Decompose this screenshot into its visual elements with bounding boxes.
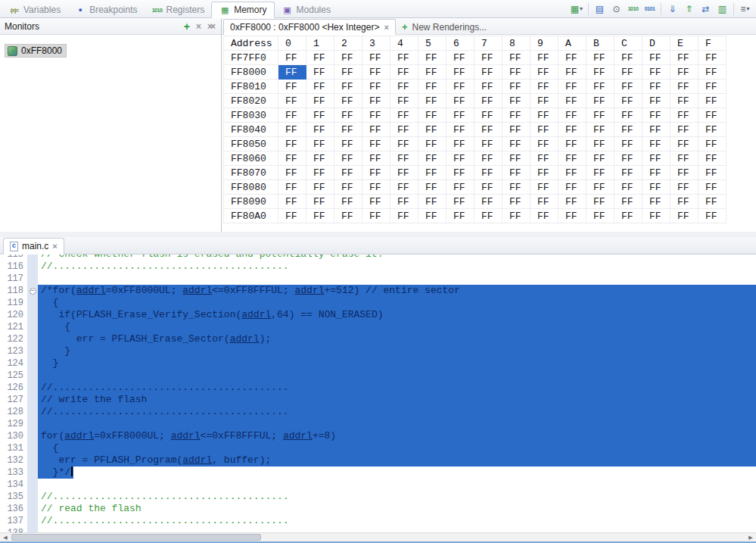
memory-cell[interactable]: FF <box>306 108 334 123</box>
memory-cell[interactable]: FF <box>306 209 334 223</box>
memory-cell[interactable]: FF <box>474 180 502 195</box>
memory-cell[interactable]: FF <box>474 80 502 94</box>
memory-cell[interactable]: FF <box>642 166 670 180</box>
memory-cell[interactable]: FF <box>474 166 502 180</box>
memory-cell[interactable]: FF <box>530 94 558 108</box>
memory-cell[interactable]: FF <box>642 80 670 94</box>
memory-cell[interactable]: FF <box>278 137 306 151</box>
memory-cell[interactable]: FF <box>474 151 502 166</box>
memory-cell[interactable]: FF <box>586 51 614 65</box>
memory-cell[interactable]: FF <box>586 151 614 166</box>
memory-cell[interactable]: FF <box>670 137 698 151</box>
memory-cell[interactable]: FF <box>670 180 698 195</box>
editor-tab-main-c[interactable]: c main.c × <box>3 238 64 254</box>
memory-cell[interactable]: FF <box>334 123 362 137</box>
tab-modules[interactable]: ▣ Modules <box>275 2 338 18</box>
memory-cell[interactable]: FF <box>642 180 670 195</box>
memory-cell[interactable]: FF <box>306 94 334 108</box>
memory-cell[interactable]: FF <box>474 51 502 65</box>
memory-cell[interactable]: FF <box>446 65 474 80</box>
memory-cell[interactable]: FF <box>502 94 530 108</box>
remove-all-monitors-button[interactable]: ×× <box>207 22 213 31</box>
memory-cell[interactable]: FF <box>334 94 362 108</box>
view-menu-button[interactable]: ≡ ▾ <box>737 2 753 17</box>
scroll-right-button[interactable]: ▶ <box>745 533 756 541</box>
memory-cell[interactable]: FF <box>418 94 446 108</box>
memory-cell[interactable]: FF <box>306 123 334 137</box>
memory-cell[interactable]: FF <box>362 166 390 180</box>
memory-cell[interactable]: FF <box>390 137 418 151</box>
memory-cell[interactable]: FF <box>390 51 418 65</box>
split-sash[interactable] <box>0 232 756 237</box>
memory-cell[interactable]: FF <box>474 123 502 137</box>
tab-variables[interactable]: (x)= Variables <box>2 2 67 18</box>
memory-cell[interactable]: FF <box>698 123 726 137</box>
memory-cell[interactable]: FF <box>362 123 390 137</box>
memory-cell[interactable]: FF <box>642 108 670 123</box>
memory-cell[interactable]: FF <box>670 195 698 209</box>
memory-cell[interactable]: FF <box>362 80 390 94</box>
code-line-130[interactable]: 130for(addrl=0xFF8000UL; addrl<=0xFF8FFF… <box>0 430 756 442</box>
memory-cell[interactable]: FF <box>306 166 334 180</box>
memory-cell[interactable]: FF <box>502 80 530 94</box>
memory-cell[interactable]: FF <box>362 195 390 209</box>
memory-cell[interactable]: FF <box>502 123 530 137</box>
memory-cell[interactable]: FF <box>642 65 670 80</box>
memory-cell[interactable]: FF <box>530 80 558 94</box>
memory-cell[interactable]: FF <box>502 166 530 180</box>
memory-cell[interactable]: FF <box>614 65 642 80</box>
code-line-137[interactable]: 137//...................................… <box>0 515 756 527</box>
memory-cell[interactable]: FF <box>418 180 446 195</box>
code-line-118[interactable]: 118−/*for(addrl=0xFF8000UL; addrl<=0xFF8… <box>0 285 756 297</box>
memory-cell[interactable]: FF <box>502 180 530 195</box>
memory-cell[interactable]: FF <box>530 108 558 123</box>
memory-cell[interactable]: FF <box>390 195 418 209</box>
memory-cell[interactable]: FF <box>698 65 726 80</box>
memory-cell[interactable]: FF <box>614 137 642 151</box>
memory-cell[interactable]: FF <box>390 123 418 137</box>
memory-cell[interactable]: FF <box>446 151 474 166</box>
memory-cell[interactable]: FF <box>558 65 586 80</box>
memory-cell[interactable]: FF <box>670 123 698 137</box>
memory-cell[interactable]: FF <box>558 108 586 123</box>
memory-cell[interactable]: FF <box>530 166 558 180</box>
memory-cell[interactable]: FF <box>698 137 726 151</box>
code-line-129[interactable]: 129 <box>0 418 756 430</box>
memory-cell[interactable]: FF <box>446 94 474 108</box>
code-line-136[interactable]: 136// read the flash <box>0 503 756 515</box>
memory-cell[interactable]: FF <box>278 209 306 223</box>
tab-breakpoints[interactable]: ● Breakpoints <box>67 2 144 18</box>
memory-cell[interactable]: FF <box>390 151 418 166</box>
memory-cell[interactable]: FF <box>698 209 726 223</box>
memory-cell[interactable]: FF <box>278 94 306 108</box>
memory-cell[interactable]: FF <box>418 65 446 80</box>
binary-format-button[interactable]: 0101 <box>642 2 658 17</box>
memory-cell[interactable]: FF <box>362 137 390 151</box>
memory-cell[interactable]: FF <box>586 195 614 209</box>
memory-cell[interactable]: FF <box>558 209 586 223</box>
memory-cell[interactable]: FF <box>642 51 670 65</box>
memory-cell[interactable]: FF <box>334 180 362 195</box>
link-renderings-button[interactable]: ⇄ <box>698 2 714 17</box>
code-line-131[interactable]: 131 { <box>0 442 756 454</box>
memory-cell[interactable]: FF <box>306 65 334 80</box>
memory-cell[interactable]: FF <box>502 137 530 151</box>
memory-cell[interactable]: FF <box>446 166 474 180</box>
memory-cell[interactable]: FF <box>362 209 390 223</box>
memory-cell[interactable]: FF <box>586 166 614 180</box>
memory-cell[interactable]: FF <box>418 195 446 209</box>
code-line-116[interactable]: 116//...................................… <box>0 261 756 273</box>
memory-cell[interactable]: FF <box>446 137 474 151</box>
code-line-135[interactable]: 135//...................................… <box>0 491 756 503</box>
memory-cell[interactable]: FF <box>390 180 418 195</box>
memory-cell[interactable]: FF <box>474 209 502 223</box>
memory-cell[interactable]: FF <box>418 151 446 166</box>
memory-cell[interactable]: FF <box>698 94 726 108</box>
memory-cell[interactable]: FF <box>278 51 306 65</box>
code-line-115[interactable]: 115// check whether flash is erased and … <box>0 254 756 261</box>
memory-cell[interactable]: FF <box>306 80 334 94</box>
memory-cell[interactable]: FF <box>558 123 586 137</box>
memory-cell[interactable]: FF <box>474 195 502 209</box>
code-line-117[interactable]: 117 <box>0 273 756 285</box>
code-line-133[interactable]: 133 }*/ <box>0 467 756 479</box>
